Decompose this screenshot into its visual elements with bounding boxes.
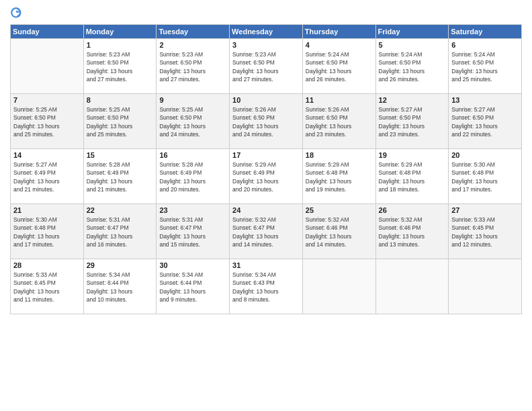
day-number: 2 [159, 41, 226, 49]
day-info: Sunrise: 5:29 AM Sunset: 6:48 PM Dayligh… [306, 161, 373, 193]
calendar-cell: 24Sunrise: 5:32 AM Sunset: 6:47 PM Dayli… [230, 204, 303, 259]
day-info: Sunrise: 5:33 AM Sunset: 6:45 PM Dayligh… [451, 216, 519, 248]
day-number: 20 [451, 151, 519, 159]
day-info: Sunrise: 5:27 AM Sunset: 6:50 PM Dayligh… [379, 105, 446, 138]
calendar-cell: 29Sunrise: 5:34 AM Sunset: 6:44 PM Dayli… [83, 259, 157, 314]
day-info: Sunrise: 5:28 AM Sunset: 6:49 PM Dayligh… [159, 161, 226, 193]
day-number: 25 [306, 206, 373, 214]
day-info: Sunrise: 5:30 AM Sunset: 6:48 PM Dayligh… [13, 216, 81, 248]
calendar-cell: 22Sunrise: 5:31 AM Sunset: 6:47 PM Dayli… [83, 204, 157, 259]
day-info: Sunrise: 5:25 AM Sunset: 6:50 PM Dayligh… [159, 105, 226, 138]
calendar-cell [449, 259, 522, 314]
day-number: 27 [451, 206, 519, 214]
calendar-week-row: 28Sunrise: 5:33 AM Sunset: 6:45 PM Dayli… [11, 259, 522, 314]
day-number: 12 [379, 96, 446, 104]
day-number: 11 [306, 96, 373, 104]
calendar: SundayMondayTuesdayWednesdayThursdayFrid… [10, 24, 522, 314]
day-info: Sunrise: 5:23 AM Sunset: 6:50 PM Dayligh… [87, 50, 154, 83]
day-number: 18 [306, 151, 373, 159]
day-info: Sunrise: 5:23 AM Sunset: 6:50 PM Dayligh… [159, 50, 226, 83]
calendar-cell [11, 39, 84, 94]
calendar-cell: 26Sunrise: 5:32 AM Sunset: 6:46 PM Dayli… [375, 204, 449, 259]
day-info: Sunrise: 5:30 AM Sunset: 6:48 PM Dayligh… [451, 161, 519, 193]
day-number: 21 [13, 206, 81, 214]
day-info: Sunrise: 5:25 AM Sunset: 6:50 PM Dayligh… [87, 105, 154, 138]
day-info: Sunrise: 5:34 AM Sunset: 6:43 PM Dayligh… [232, 271, 300, 304]
day-number: 23 [159, 206, 226, 214]
day-number: 10 [232, 96, 300, 104]
calendar-week-row: 14Sunrise: 5:27 AM Sunset: 6:49 PM Dayli… [11, 149, 522, 204]
calendar-cell: 15Sunrise: 5:28 AM Sunset: 6:49 PM Dayli… [83, 149, 157, 204]
calendar-cell: 14Sunrise: 5:27 AM Sunset: 6:49 PM Dayli… [11, 149, 84, 204]
day-number: 9 [159, 96, 226, 104]
calendar-cell [302, 259, 375, 314]
header [10, 7, 522, 21]
calendar-cell: 11Sunrise: 5:26 AM Sunset: 6:50 PM Dayli… [302, 94, 375, 149]
calendar-cell: 19Sunrise: 5:29 AM Sunset: 6:48 PM Dayli… [375, 149, 449, 204]
calendar-cell: 31Sunrise: 5:34 AM Sunset: 6:43 PM Dayli… [230, 259, 303, 314]
calendar-cell: 20Sunrise: 5:30 AM Sunset: 6:48 PM Dayli… [449, 149, 522, 204]
day-number: 7 [13, 96, 81, 104]
logo [10, 7, 28, 21]
day-number: 29 [87, 261, 154, 269]
day-header: Wednesday [230, 25, 303, 39]
day-number: 17 [232, 151, 300, 159]
day-info: Sunrise: 5:31 AM Sunset: 6:47 PM Dayligh… [87, 216, 154, 248]
day-number: 31 [232, 261, 300, 269]
header-row: SundayMondayTuesdayWednesdayThursdayFrid… [11, 25, 522, 39]
day-info: Sunrise: 5:28 AM Sunset: 6:49 PM Dayligh… [87, 161, 154, 193]
logo-icon [10, 7, 25, 21]
day-number: 16 [159, 151, 226, 159]
calendar-week-row: 7Sunrise: 5:25 AM Sunset: 6:50 PM Daylig… [11, 94, 522, 149]
day-number: 24 [232, 206, 300, 214]
calendar-cell: 12Sunrise: 5:27 AM Sunset: 6:50 PM Dayli… [375, 94, 449, 149]
day-number: 28 [13, 261, 81, 269]
day-number: 14 [13, 151, 81, 159]
calendar-cell: 9Sunrise: 5:25 AM Sunset: 6:50 PM Daylig… [157, 94, 230, 149]
day-number: 8 [87, 96, 154, 104]
calendar-cell: 27Sunrise: 5:33 AM Sunset: 6:45 PM Dayli… [449, 204, 522, 259]
calendar-cell: 13Sunrise: 5:27 AM Sunset: 6:50 PM Dayli… [449, 94, 522, 149]
calendar-cell: 6Sunrise: 5:24 AM Sunset: 6:50 PM Daylig… [449, 39, 522, 94]
day-number: 13 [451, 96, 519, 104]
day-info: Sunrise: 5:34 AM Sunset: 6:44 PM Dayligh… [87, 271, 154, 304]
day-info: Sunrise: 5:26 AM Sunset: 6:50 PM Dayligh… [232, 105, 300, 138]
day-number: 5 [379, 41, 446, 49]
day-number: 4 [306, 41, 373, 49]
calendar-cell [375, 259, 449, 314]
day-header: Friday [375, 25, 449, 39]
calendar-cell: 25Sunrise: 5:32 AM Sunset: 6:46 PM Dayli… [302, 204, 375, 259]
day-info: Sunrise: 5:24 AM Sunset: 6:50 PM Dayligh… [379, 50, 446, 83]
day-number: 22 [87, 206, 154, 214]
day-number: 30 [159, 261, 226, 269]
day-header: Thursday [302, 25, 375, 39]
day-info: Sunrise: 5:24 AM Sunset: 6:50 PM Dayligh… [306, 50, 373, 83]
day-info: Sunrise: 5:33 AM Sunset: 6:45 PM Dayligh… [13, 271, 81, 304]
day-info: Sunrise: 5:26 AM Sunset: 6:50 PM Dayligh… [306, 105, 373, 138]
day-number: 15 [87, 151, 154, 159]
day-number: 6 [451, 41, 519, 49]
calendar-cell: 16Sunrise: 5:28 AM Sunset: 6:49 PM Dayli… [157, 149, 230, 204]
calendar-cell: 28Sunrise: 5:33 AM Sunset: 6:45 PM Dayli… [11, 259, 84, 314]
calendar-cell: 8Sunrise: 5:25 AM Sunset: 6:50 PM Daylig… [83, 94, 157, 149]
day-info: Sunrise: 5:34 AM Sunset: 6:44 PM Dayligh… [159, 271, 226, 304]
day-info: Sunrise: 5:23 AM Sunset: 6:50 PM Dayligh… [232, 50, 300, 83]
day-number: 3 [232, 41, 300, 49]
day-info: Sunrise: 5:32 AM Sunset: 6:47 PM Dayligh… [232, 216, 300, 248]
day-info: Sunrise: 5:32 AM Sunset: 6:46 PM Dayligh… [379, 216, 446, 248]
day-number: 26 [379, 206, 446, 214]
calendar-cell: 10Sunrise: 5:26 AM Sunset: 6:50 PM Dayli… [230, 94, 303, 149]
calendar-cell: 1Sunrise: 5:23 AM Sunset: 6:50 PM Daylig… [83, 39, 157, 94]
calendar-cell: 23Sunrise: 5:31 AM Sunset: 6:47 PM Dayli… [157, 204, 230, 259]
day-info: Sunrise: 5:24 AM Sunset: 6:50 PM Dayligh… [451, 50, 519, 83]
day-header: Tuesday [157, 25, 230, 39]
calendar-cell: 2Sunrise: 5:23 AM Sunset: 6:50 PM Daylig… [157, 39, 230, 94]
day-number: 1 [87, 41, 154, 49]
calendar-week-row: 1Sunrise: 5:23 AM Sunset: 6:50 PM Daylig… [11, 39, 522, 94]
day-info: Sunrise: 5:29 AM Sunset: 6:48 PM Dayligh… [379, 161, 446, 193]
calendar-cell: 4Sunrise: 5:24 AM Sunset: 6:50 PM Daylig… [302, 39, 375, 94]
day-info: Sunrise: 5:31 AM Sunset: 6:47 PM Dayligh… [159, 216, 226, 248]
page: SundayMondayTuesdayWednesdayThursdayFrid… [0, 0, 532, 411]
calendar-cell: 3Sunrise: 5:23 AM Sunset: 6:50 PM Daylig… [230, 39, 303, 94]
calendar-cell: 5Sunrise: 5:24 AM Sunset: 6:50 PM Daylig… [375, 39, 449, 94]
